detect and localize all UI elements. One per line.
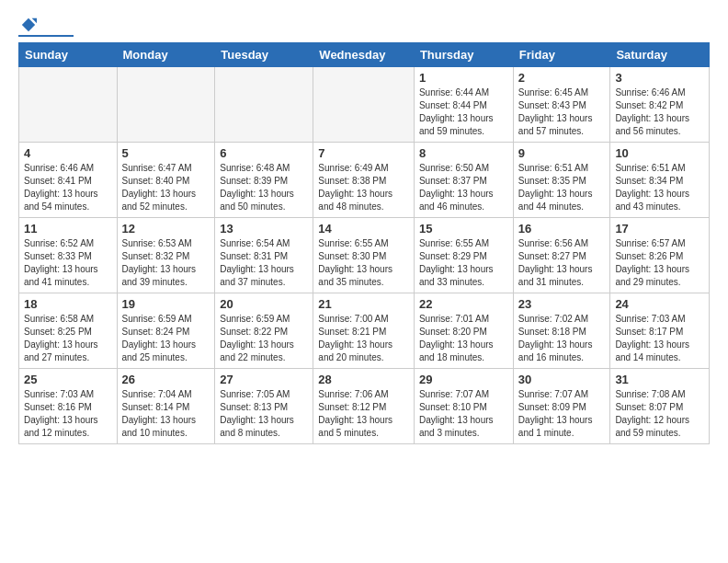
logo-icon	[20, 17, 37, 33]
calendar-cell: 15Sunrise: 6:55 AMSunset: 8:29 PMDayligh…	[414, 218, 513, 293]
calendar-cell: 26Sunrise: 7:04 AMSunset: 8:14 PMDayligh…	[117, 369, 215, 444]
day-info: Sunrise: 6:55 AMSunset: 8:30 PMDaylight:…	[318, 237, 409, 289]
logo-divider	[18, 35, 74, 37]
day-number: 6	[220, 146, 308, 160]
calendar-header-sunday: Sunday	[19, 43, 118, 67]
day-info: Sunrise: 6:44 AMSunset: 8:44 PMDaylight:…	[419, 86, 508, 138]
calendar-cell: 6Sunrise: 6:48 AMSunset: 8:39 PMDaylight…	[215, 143, 313, 218]
calendar-cell: 4Sunrise: 6:46 AMSunset: 8:41 PMDaylight…	[19, 143, 118, 218]
calendar-cell: 11Sunrise: 6:52 AMSunset: 8:33 PMDayligh…	[19, 218, 118, 293]
day-number: 24	[615, 297, 704, 311]
day-info: Sunrise: 7:00 AMSunset: 8:21 PMDaylight:…	[318, 313, 409, 364]
day-number: 2	[518, 71, 606, 85]
calendar-cell: 14Sunrise: 6:55 AMSunset: 8:30 PMDayligh…	[313, 218, 415, 293]
day-info: Sunrise: 6:48 AMSunset: 8:39 PMDaylight:…	[220, 162, 308, 213]
calendar-week-1: 1Sunrise: 6:44 AMSunset: 8:44 PMDaylight…	[19, 67, 710, 143]
day-number: 8	[419, 146, 508, 160]
day-number: 13	[220, 222, 308, 236]
day-info: Sunrise: 7:07 AMSunset: 8:10 PMDaylight:…	[419, 388, 508, 440]
logo	[18, 17, 74, 37]
calendar-cell: 5Sunrise: 6:47 AMSunset: 8:40 PMDaylight…	[117, 143, 215, 218]
calendar-cell: 13Sunrise: 6:54 AMSunset: 8:31 PMDayligh…	[215, 218, 313, 293]
day-number: 30	[518, 373, 606, 386]
calendar-cell: 30Sunrise: 7:07 AMSunset: 8:09 PMDayligh…	[513, 369, 610, 444]
day-number: 21	[318, 297, 409, 311]
day-info: Sunrise: 6:46 AMSunset: 8:42 PMDaylight:…	[615, 86, 704, 138]
day-info: Sunrise: 6:51 AMSunset: 8:34 PMDaylight:…	[615, 162, 704, 213]
calendar-cell	[215, 67, 313, 143]
day-info: Sunrise: 6:59 AMSunset: 8:22 PMDaylight:…	[220, 313, 308, 364]
day-number: 5	[122, 146, 210, 160]
calendar-week-4: 18Sunrise: 6:58 AMSunset: 8:25 PMDayligh…	[19, 293, 710, 369]
day-info: Sunrise: 7:06 AMSunset: 8:12 PMDaylight:…	[318, 388, 409, 440]
day-number: 11	[24, 222, 112, 236]
calendar-week-2: 4Sunrise: 6:46 AMSunset: 8:41 PMDaylight…	[19, 143, 710, 218]
day-info: Sunrise: 6:45 AMSunset: 8:43 PMDaylight:…	[518, 86, 606, 138]
calendar-cell: 2Sunrise: 6:45 AMSunset: 8:43 PMDaylight…	[513, 67, 610, 143]
calendar-header-wednesday: Wednesday	[313, 43, 415, 67]
calendar-header-row: SundayMondayTuesdayWednesdayThursdayFrid…	[19, 43, 710, 67]
calendar-cell: 23Sunrise: 7:02 AMSunset: 8:18 PMDayligh…	[513, 293, 610, 369]
calendar-cell: 8Sunrise: 6:50 AMSunset: 8:37 PMDaylight…	[414, 143, 513, 218]
day-number: 23	[518, 297, 606, 311]
day-info: Sunrise: 6:49 AMSunset: 8:38 PMDaylight:…	[318, 162, 409, 213]
day-number: 19	[122, 297, 210, 311]
calendar-cell: 17Sunrise: 6:57 AMSunset: 8:26 PMDayligh…	[610, 218, 710, 293]
calendar-cell: 31Sunrise: 7:08 AMSunset: 8:07 PMDayligh…	[610, 369, 710, 444]
day-number: 26	[122, 373, 210, 386]
calendar-cell	[117, 67, 215, 143]
calendar-cell: 27Sunrise: 7:05 AMSunset: 8:13 PMDayligh…	[215, 369, 313, 444]
day-number: 1	[419, 71, 508, 85]
day-info: Sunrise: 7:01 AMSunset: 8:20 PMDaylight:…	[419, 313, 508, 364]
calendar-cell: 21Sunrise: 7:00 AMSunset: 8:21 PMDayligh…	[313, 293, 415, 369]
calendar-cell: 3Sunrise: 6:46 AMSunset: 8:42 PMDaylight…	[610, 67, 710, 143]
calendar-week-5: 25Sunrise: 7:03 AMSunset: 8:16 PMDayligh…	[19, 369, 710, 444]
calendar-header-monday: Monday	[117, 43, 215, 67]
calendar-week-3: 11Sunrise: 6:52 AMSunset: 8:33 PMDayligh…	[19, 218, 710, 293]
calendar-header-friday: Friday	[513, 43, 610, 67]
day-info: Sunrise: 6:55 AMSunset: 8:29 PMDaylight:…	[419, 237, 508, 289]
calendar-cell: 18Sunrise: 6:58 AMSunset: 8:25 PMDayligh…	[19, 293, 118, 369]
day-info: Sunrise: 6:57 AMSunset: 8:26 PMDaylight:…	[615, 237, 704, 289]
day-number: 9	[518, 146, 606, 160]
calendar-cell: 12Sunrise: 6:53 AMSunset: 8:32 PMDayligh…	[117, 218, 215, 293]
calendar-header-tuesday: Tuesday	[215, 43, 313, 67]
day-number: 20	[220, 297, 308, 311]
calendar-cell: 25Sunrise: 7:03 AMSunset: 8:16 PMDayligh…	[19, 369, 118, 444]
day-number: 29	[419, 373, 508, 386]
calendar-header-thursday: Thursday	[414, 43, 513, 67]
day-number: 14	[318, 222, 409, 236]
day-info: Sunrise: 6:47 AMSunset: 8:40 PMDaylight:…	[122, 162, 210, 213]
calendar-cell: 28Sunrise: 7:06 AMSunset: 8:12 PMDayligh…	[313, 369, 415, 444]
header	[18, 17, 710, 37]
day-info: Sunrise: 7:04 AMSunset: 8:14 PMDaylight:…	[122, 388, 210, 440]
day-info: Sunrise: 7:07 AMSunset: 8:09 PMDaylight:…	[518, 388, 606, 440]
day-info: Sunrise: 7:03 AMSunset: 8:16 PMDaylight:…	[24, 388, 112, 440]
day-number: 25	[24, 373, 112, 386]
day-number: 17	[615, 222, 704, 236]
day-number: 16	[518, 222, 606, 236]
day-info: Sunrise: 7:05 AMSunset: 8:13 PMDaylight:…	[220, 388, 308, 440]
calendar-cell: 19Sunrise: 6:59 AMSunset: 8:24 PMDayligh…	[117, 293, 215, 369]
day-info: Sunrise: 6:51 AMSunset: 8:35 PMDaylight:…	[518, 162, 606, 213]
day-info: Sunrise: 7:08 AMSunset: 8:07 PMDaylight:…	[615, 388, 704, 440]
day-number: 3	[615, 71, 704, 85]
day-number: 22	[419, 297, 508, 311]
calendar-cell: 22Sunrise: 7:01 AMSunset: 8:20 PMDayligh…	[414, 293, 513, 369]
calendar-cell: 16Sunrise: 6:56 AMSunset: 8:27 PMDayligh…	[513, 218, 610, 293]
calendar-cell: 7Sunrise: 6:49 AMSunset: 8:38 PMDaylight…	[313, 143, 415, 218]
day-number: 7	[318, 146, 409, 160]
calendar-cell: 24Sunrise: 7:03 AMSunset: 8:17 PMDayligh…	[610, 293, 710, 369]
calendar-cell: 29Sunrise: 7:07 AMSunset: 8:10 PMDayligh…	[414, 369, 513, 444]
calendar-cell: 10Sunrise: 6:51 AMSunset: 8:34 PMDayligh…	[610, 143, 710, 218]
day-number: 31	[615, 373, 704, 386]
day-info: Sunrise: 6:58 AMSunset: 8:25 PMDaylight:…	[24, 313, 112, 364]
calendar-cell	[19, 67, 118, 143]
calendar: SundayMondayTuesdayWednesdayThursdayFrid…	[18, 42, 710, 444]
day-info: Sunrise: 6:59 AMSunset: 8:24 PMDaylight:…	[122, 313, 210, 364]
calendar-header-saturday: Saturday	[610, 43, 710, 67]
day-info: Sunrise: 6:50 AMSunset: 8:37 PMDaylight:…	[419, 162, 508, 213]
day-info: Sunrise: 6:52 AMSunset: 8:33 PMDaylight:…	[24, 237, 112, 289]
day-info: Sunrise: 6:54 AMSunset: 8:31 PMDaylight:…	[220, 237, 308, 289]
day-number: 4	[24, 146, 112, 160]
